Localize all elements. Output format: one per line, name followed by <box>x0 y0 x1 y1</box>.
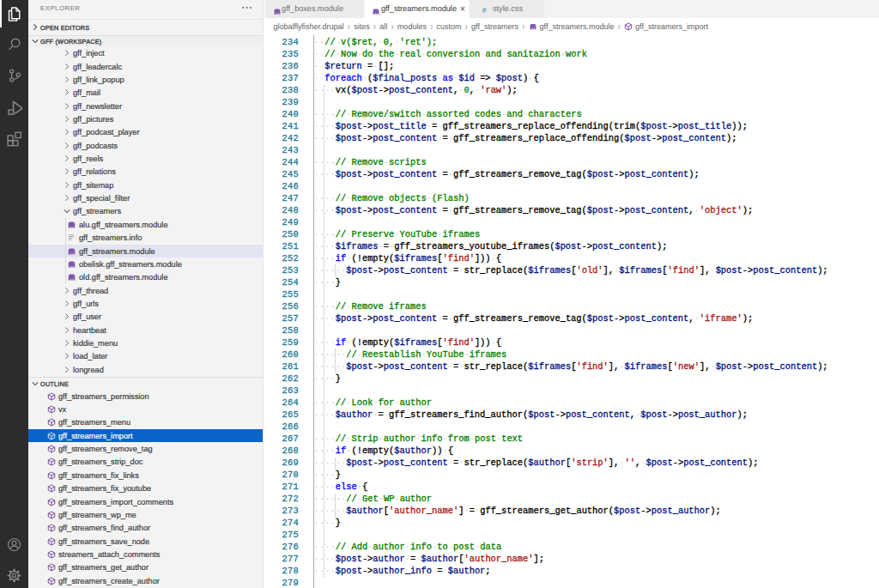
svg-text:#: # <box>482 6 487 15</box>
